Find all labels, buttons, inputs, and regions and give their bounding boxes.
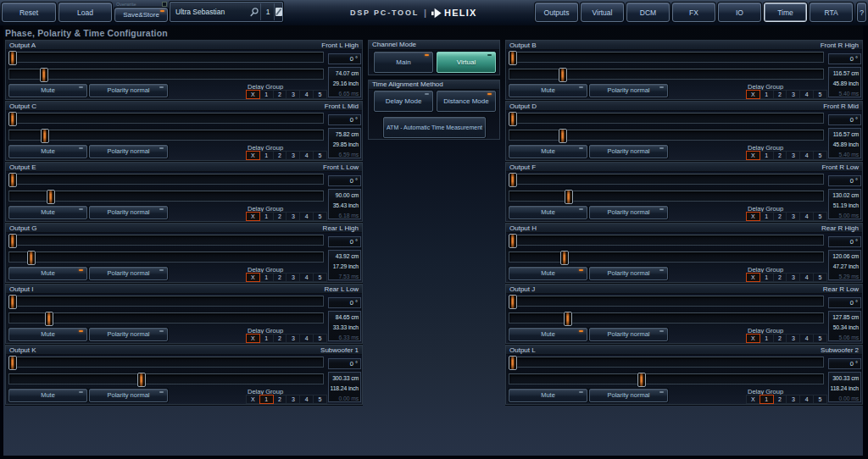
delay-group-option[interactable]: 1 [760,334,774,343]
delay-group-option[interactable]: 5 [813,334,827,343]
delay-group-option[interactable]: X [746,395,760,404]
delay-group-option[interactable]: 2 [273,334,287,343]
delay-group-option[interactable]: 2 [273,90,287,99]
phase-slider[interactable] [8,296,324,307]
setup-name-field[interactable]: Ultra Sebastian 1 [170,2,283,22]
polarity-button[interactable]: Polarity normal [589,145,668,158]
delay-group-option[interactable]: 2 [773,273,787,282]
nav-help[interactable]: ? [857,3,866,22]
phase-value[interactable]: 0 ° [328,297,361,308]
distance-values[interactable]: 300.33 cm118.24 inch0.00 ms [828,372,861,402]
search-icon[interactable] [248,7,259,18]
distance-slider[interactable] [509,252,824,263]
nav-time[interactable]: Time [764,3,807,22]
mute-button[interactable]: Mute [8,84,87,97]
delay-group-option[interactable]: 1 [259,151,274,160]
distance-inch[interactable]: 29.85 inch [329,140,359,150]
distance-slider-handle[interactable] [559,68,567,82]
delay-group-option[interactable]: 5 [313,212,327,221]
load-button[interactable]: Load [58,3,112,22]
distance-inch[interactable]: 45.89 inch [829,140,859,150]
distance-values[interactable]: 74.07 cm29.16 inch6.65 ms [328,67,361,97]
polarity-button[interactable]: Polarity normal [589,84,668,97]
distance-slider-handle[interactable] [47,190,55,204]
phase-value[interactable]: 0 ° [828,175,861,186]
nav-dcm[interactable]: DCM [626,3,670,22]
distance-cm[interactable]: 43.92 cm [329,252,359,262]
distance-cm[interactable]: 300.33 cm [329,373,359,384]
delay-group-option[interactable]: 1 [259,273,274,282]
delay-group-option[interactable]: 4 [299,151,314,160]
delay-group-option[interactable]: 3 [286,90,300,99]
phase-slider[interactable] [509,296,824,307]
phase-value[interactable]: 0 ° [828,358,861,369]
distance-slider[interactable] [8,130,324,141]
delay-group-option[interactable]: X [746,151,760,160]
delay-group-option[interactable]: 4 [799,151,814,160]
delay-group-option[interactable]: 1 [259,90,274,99]
delay-group-option[interactable]: 2 [773,334,787,343]
delay-group-option[interactable]: X [246,90,260,99]
phase-slider[interactable] [509,52,824,63]
delay-group-option[interactable]: 3 [286,273,300,282]
distance-values[interactable]: 84.65 cm33.33 inch6.33 ms [328,311,361,341]
distance-cm[interactable]: 127.85 cm [829,312,859,323]
delay-group-option[interactable]: 4 [299,395,314,404]
main-mode-button[interactable]: Main [374,52,433,73]
distance-cm[interactable]: 75.82 cm [329,130,359,140]
distance-inch[interactable]: 17.29 inch [329,262,359,272]
save-store-button[interactable]: Save&Store [114,8,168,22]
polarity-button[interactable]: Polarity normal [89,145,168,158]
distance-inch[interactable]: 35.43 inch [329,201,359,211]
delay-group-option[interactable]: 2 [773,395,787,404]
delay-group-option[interactable]: 3 [286,212,300,221]
polarity-button[interactable]: Polarity normal [89,328,168,341]
distance-slider[interactable] [509,312,824,324]
delay-group-option[interactable]: 3 [286,151,300,160]
delay-group-option[interactable]: 4 [299,212,314,221]
phase-slider[interactable] [8,357,324,368]
distance-inch[interactable]: 118.24 inch [329,384,359,394]
distance-slider[interactable] [8,69,324,80]
distance-slider[interactable] [8,312,324,324]
phase-value[interactable]: 0 ° [328,53,361,64]
mute-button[interactable]: Mute [509,206,587,219]
atm-button[interactable]: ATM - Automatic Time Measurement [383,117,486,138]
phase-slider[interactable] [509,174,824,185]
delay-group-option[interactable]: X [246,334,260,343]
reset-button[interactable]: Reset [2,3,56,22]
distance-slider[interactable] [509,373,824,384]
distance-slider-handle[interactable] [41,129,49,143]
distance-slider[interactable] [8,191,324,202]
delay-group-option[interactable]: 3 [786,395,800,404]
phase-slider[interactable] [8,174,324,185]
delay-group-option[interactable]: 4 [299,273,314,282]
mute-button[interactable]: Mute [509,389,587,402]
nav-fx[interactable]: FX [672,3,715,22]
delay-group-option[interactable]: 2 [273,395,287,404]
distance-mode-button[interactable]: Distance Mode [437,91,496,112]
distance-inch[interactable]: 47.27 inch [829,262,859,272]
delay-group-option[interactable]: X [746,273,760,282]
phase-slider-handle[interactable] [8,173,17,187]
mute-button[interactable]: Mute [8,267,87,280]
virtual-mode-button[interactable]: Virtual [437,52,496,73]
distance-cm[interactable]: 130.02 cm [829,191,859,201]
delay-group-option[interactable]: 5 [813,395,827,404]
nav-io[interactable]: IO [718,3,761,22]
delay-group-option[interactable]: 5 [313,90,327,99]
overwrite-checkbox[interactable] [162,2,167,7]
delay-group-option[interactable]: 4 [299,334,314,343]
delay-group-option[interactable]: 5 [313,151,327,160]
delay-group-option[interactable]: 5 [313,395,327,404]
delay-group-option[interactable]: 3 [286,334,300,343]
delay-group-option[interactable]: 4 [799,395,814,404]
delay-group-option[interactable]: 5 [813,273,827,282]
delay-group-option[interactable]: 4 [299,90,314,99]
phase-value[interactable]: 0 ° [828,297,861,308]
distance-values[interactable]: 300.33 cm118.24 inch0.00 ms [328,372,361,402]
nav-outputs[interactable]: Outputs [535,3,578,22]
distance-inch[interactable]: 29.16 inch [329,79,359,89]
phase-slider-handle[interactable] [509,295,517,309]
distance-slider-handle[interactable] [137,373,146,387]
